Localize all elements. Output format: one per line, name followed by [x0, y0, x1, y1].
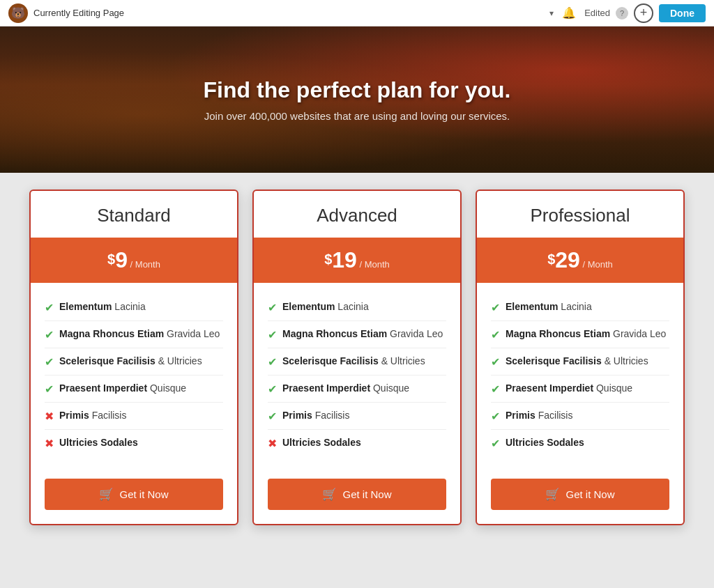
feature-text-0-1: Magna Rhoncus Etiam Gravida Leo [59, 327, 220, 341]
feature-text-2-5: Ultricies Sodales [506, 436, 584, 450]
feature-bold-1-2: Scelerisque Facilisis [282, 355, 379, 366]
plan-price-0: $9 / Month [107, 258, 160, 270]
feature-text-1-5: Ultricies Sodales [282, 436, 361, 450]
feature-text-1-1: Magna Rhoncus Etiam Gravida Leo [282, 327, 443, 341]
plan-button-label-2: Get it Now [565, 488, 614, 500]
feature-item-2-1: ✔Magna Rhoncus Etiam Gravida Leo [491, 321, 669, 348]
feature-item-2-0: ✔Elementum Lacinia [491, 294, 669, 321]
price-amount-0: 9 [115, 247, 128, 272]
check-icon: ✔ [491, 437, 500, 450]
check-icon: ✔ [45, 301, 54, 314]
check-icon: ✔ [45, 328, 54, 341]
feature-bold-2-5: Ultricies Sodales [506, 437, 584, 448]
check-icon: ✔ [45, 382, 54, 396]
feature-text-2-0: Elementum Lacinia [506, 300, 592, 314]
feature-text-1-4: Primis Facilisis [282, 409, 349, 423]
feature-item-0-0: ✔Elementum Lacinia [45, 294, 223, 321]
hero-title: Find the perfect plan for you. [204, 77, 511, 103]
price-per-0: / Month [128, 259, 160, 270]
feature-item-2-4: ✔Primis Facilisis [491, 403, 669, 430]
check-icon: ✔ [491, 410, 500, 423]
feature-bold-1-5: Ultricies Sodales [282, 437, 361, 448]
topbar-page-name: Currently Editing Page [33, 8, 547, 18]
feature-item-2-5: ✔Ultricies Sodales [491, 430, 669, 456]
feature-bold-1-4: Primis [282, 410, 312, 421]
feature-item-1-2: ✔Scelerisque Facilisis & Ultricies [268, 348, 446, 376]
feature-bold-2-3: Praesent Imperdiet [506, 382, 593, 394]
feature-text-1-0: Elementum Lacinia [282, 300, 369, 314]
feature-bold-1-1: Magna Rhoncus Etiam [282, 328, 387, 339]
check-icon: ✔ [268, 301, 277, 314]
price-amount-1: 19 [332, 247, 357, 272]
help-icon[interactable]: ? [616, 7, 628, 20]
hero-section: Find the perfect plan for you. Join over… [0, 26, 714, 173]
feature-item-0-2: ✔Scelerisque Facilisis & Ultricies [45, 348, 223, 376]
plan-name-0: Standard [42, 205, 226, 226]
topbar: 🐻 Currently Editing Page ▾ 🔔 Edited ? + … [0, 0, 714, 26]
price-amount-2: 29 [555, 247, 580, 272]
feature-bold-0-5: Ultricies Sodales [59, 437, 138, 448]
feature-item-1-1: ✔Magna Rhoncus Etiam Gravida Leo [268, 321, 446, 348]
feature-item-0-5: ✖Ultricies Sodales [45, 430, 223, 456]
chevron-down-icon[interactable]: ▾ [549, 8, 554, 18]
plan-button-wrap-2: 🛒Get it Now [477, 467, 683, 524]
check-icon: ✔ [268, 410, 277, 423]
plan-card-standard: Standard $9 / Month ✔Elementum Lacinia✔M… [29, 189, 238, 525]
feature-bold-2-0: Elementum [506, 301, 558, 312]
feature-item-0-4: ✖Primis Facilisis [45, 403, 223, 430]
plan-price-bar-2: $29 / Month [477, 238, 683, 283]
edited-status: Edited [584, 8, 610, 18]
done-button[interactable]: Done [659, 4, 706, 22]
plan-button-label-0: Get it Now [119, 488, 168, 500]
add-button[interactable]: + [634, 3, 653, 23]
plan-card-advanced: Advanced $19 / Month ✔Elementum Lacinia✔… [252, 189, 462, 525]
pricing-section: Standard $9 / Month ✔Elementum Lacinia✔M… [0, 173, 714, 542]
feature-item-2-2: ✔Scelerisque Facilisis & Ultricies [491, 348, 669, 376]
get-it-now-button-1[interactable]: 🛒Get it Now [268, 479, 446, 510]
feature-item-1-4: ✔Primis Facilisis [268, 403, 446, 430]
cross-icon: ✖ [45, 410, 54, 423]
feature-text-0-0: Elementum Lacinia [59, 300, 146, 314]
cart-icon-0: 🛒 [99, 487, 114, 502]
cart-icon-2: 🛒 [545, 487, 560, 502]
price-per-2: / Month [580, 259, 613, 270]
feature-text-2-3: Praesent Imperdiet Quisque [506, 382, 632, 396]
plan-name-2: Professional [488, 205, 672, 226]
get-it-now-button-2[interactable]: 🛒Get it Now [491, 479, 669, 510]
feature-item-0-3: ✔Praesent Imperdiet Quisque [45, 376, 223, 403]
plan-button-wrap-0: 🛒Get it Now [31, 467, 237, 524]
check-icon: ✔ [45, 355, 54, 369]
plan-price-2: $29 / Month [547, 258, 613, 270]
cross-icon: ✖ [45, 437, 54, 450]
check-icon: ✔ [268, 382, 277, 396]
plan-header-0: Standard [31, 191, 237, 238]
feature-bold-1-0: Elementum [282, 301, 335, 312]
price-dollar-0: $ [107, 252, 115, 268]
get-it-now-button-0[interactable]: 🛒Get it Now [45, 479, 223, 510]
feature-text-1-3: Praesent Imperdiet Quisque [282, 382, 409, 396]
price-per-1: / Month [357, 259, 390, 270]
bell-icon[interactable]: 🔔 [559, 3, 579, 23]
price-dollar-2: $ [547, 252, 555, 268]
plan-price-1: $19 / Month [324, 258, 390, 270]
feature-bold-0-0: Elementum [59, 301, 112, 312]
feature-item-1-0: ✔Elementum Lacinia [268, 294, 446, 321]
check-icon: ✔ [268, 328, 277, 341]
feature-bold-0-1: Magna Rhoncus Etiam [59, 328, 164, 339]
plan-button-label-1: Get it Now [342, 488, 391, 500]
cart-icon-1: 🛒 [322, 487, 337, 502]
feature-bold-2-2: Scelerisque Facilisis [506, 355, 602, 366]
feature-text-0-5: Ultricies Sodales [59, 436, 138, 450]
plan-header-2: Professional [477, 191, 683, 238]
feature-text-0-4: Primis Facilisis [59, 409, 126, 423]
feature-bold-2-1: Magna Rhoncus Etiam [506, 328, 610, 339]
feature-text-2-2: Scelerisque Facilisis & Ultricies [506, 355, 648, 369]
topbar-logo: 🐻 [8, 3, 28, 23]
hero-subtitle: Join over 400,000 websites that are usin… [204, 110, 510, 122]
feature-bold-0-2: Scelerisque Facilisis [59, 355, 155, 366]
feature-item-1-5: ✖Ultricies Sodales [268, 430, 446, 456]
check-icon: ✔ [491, 328, 500, 341]
plan-card-professional: Professional $29 / Month ✔Elementum Laci… [476, 189, 685, 525]
feature-text-1-2: Scelerisque Facilisis & Ultricies [282, 355, 425, 369]
plan-button-wrap-1: 🛒Get it Now [254, 467, 460, 524]
